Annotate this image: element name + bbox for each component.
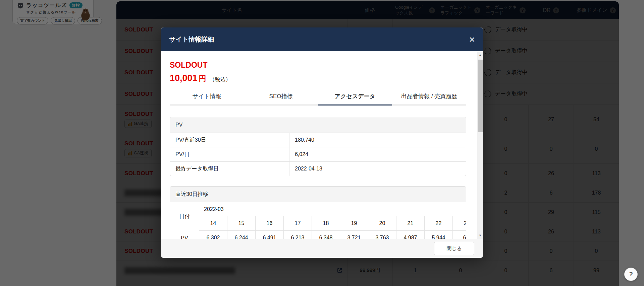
pv-value-cell: 3,763 <box>368 231 396 239</box>
day-cell: 15 <box>227 216 256 230</box>
modal-title: サイト情報詳細 <box>169 35 214 44</box>
pv-key: 最終データ取得日 <box>170 162 289 176</box>
scrollbar-up-icon[interactable]: ▲ <box>477 52 483 58</box>
close-button[interactable]: 閉じる <box>434 242 474 255</box>
pv-value-cell: 3,721 <box>340 231 368 239</box>
pv-value: 180,740 <box>289 133 466 147</box>
tab-サイト情報[interactable]: サイト情報 <box>170 89 244 105</box>
days-row: 14151617181920212223 <box>199 216 466 230</box>
price-value: 10,001円 <box>170 73 206 84</box>
pv-row: PV/直近30日180,740 <box>170 133 466 147</box>
pv-value-cell: 6,8 <box>453 231 466 239</box>
day-cell: 22 <box>425 216 453 230</box>
pv-value-cell: 4,987 <box>396 231 425 239</box>
pv-row: PV/日6,024 <box>170 147 466 161</box>
tab-アクセスデータ[interactable]: アクセスデータ <box>318 89 392 105</box>
pv-value: 6,024 <box>289 147 466 161</box>
modal-scroll-area: SOLDOUT 10,001円 （税込） サイト情報SEO指標アクセスデータ出品… <box>161 51 483 239</box>
day-cell: 14 <box>199 216 227 230</box>
soldout-status: SOLDOUT <box>170 61 466 70</box>
pv-value-cell: 6,348 <box>312 231 340 239</box>
pv-value-cell: 6,302 <box>199 231 227 239</box>
day-cell: 20 <box>368 216 396 230</box>
day-cell: 21 <box>396 216 425 230</box>
pv-key: PV/直近30日 <box>170 133 289 147</box>
date-header-cell: 日付 <box>170 202 199 231</box>
day-cell: 17 <box>284 216 312 230</box>
help-button[interactable]: ? <box>624 268 638 281</box>
trend-table: 日付 PV 2022-03 14151617181920212223 6,302… <box>170 202 466 239</box>
day-cell: 19 <box>340 216 368 230</box>
tax-note: （税込） <box>210 76 231 83</box>
trend-section: 直近30日推移 日付 PV 2022-03 141516171819202122… <box>170 186 466 239</box>
price-row: 10,001円 （税込） <box>170 73 466 84</box>
pv-value-cell: 6,213 <box>284 231 312 239</box>
scrollbar-thumb[interactable] <box>478 60 483 132</box>
tab-SEO指標[interactable]: SEO指標 <box>244 89 318 105</box>
modal-tabs: サイト情報SEO指標アクセスデータ出品者情報 / 売買履歴 <box>170 89 466 105</box>
pv-values-row: 6,3026,2446,4916,2136,3483,7213,7634,987… <box>199 230 466 239</box>
pv-key: PV/日 <box>170 147 289 161</box>
pv-value-cell: 6,491 <box>256 231 284 239</box>
close-icon[interactable]: × <box>469 34 475 45</box>
pv-value: 2022-04-13 <box>289 162 466 176</box>
pv-value-cell: 5,944 <box>425 231 453 239</box>
pv-section: PV PV/直近30日180,740PV/日6,024最終データ取得日2022-… <box>170 117 466 176</box>
site-detail-modal: サイト情報詳細 × SOLDOUT 10,001円 （税込） サイト情報SEO指… <box>161 27 483 258</box>
price-unit: 円 <box>199 74 206 83</box>
modal-footer: 閉じる <box>161 239 483 258</box>
modal-header: サイト情報詳細 × <box>161 27 483 51</box>
pv-section-title: PV <box>170 117 466 133</box>
day-cell: 16 <box>256 216 284 230</box>
trend-section-title: 直近30日推移 <box>170 187 466 202</box>
pv-table: PV/直近30日180,740PV/日6,024最終データ取得日2022-04-… <box>170 133 466 176</box>
pv-value-cell: 6,244 <box>227 231 256 239</box>
pv-row-label: PV <box>170 231 199 239</box>
month-cell: 2022-03 <box>199 202 466 216</box>
day-cell: 18 <box>312 216 340 230</box>
day-cell: 23 <box>453 216 466 230</box>
scrollbar-down-icon[interactable]: ▼ <box>477 232 483 238</box>
modal-scrollbar[interactable]: ▲ ▼ <box>477 51 483 239</box>
tab-出品者情報 / 売買履歴[interactable]: 出品者情報 / 売買履歴 <box>392 89 466 105</box>
pv-row: 最終データ取得日2022-04-13 <box>170 161 466 176</box>
modal-content: SOLDOUT 10,001円 （税込） サイト情報SEO指標アクセスデータ出品… <box>161 61 466 239</box>
trend-date-column: 日付 PV <box>170 202 199 239</box>
trend-data-area: 2022-03 14151617181920212223 6,3026,2446… <box>199 202 466 239</box>
